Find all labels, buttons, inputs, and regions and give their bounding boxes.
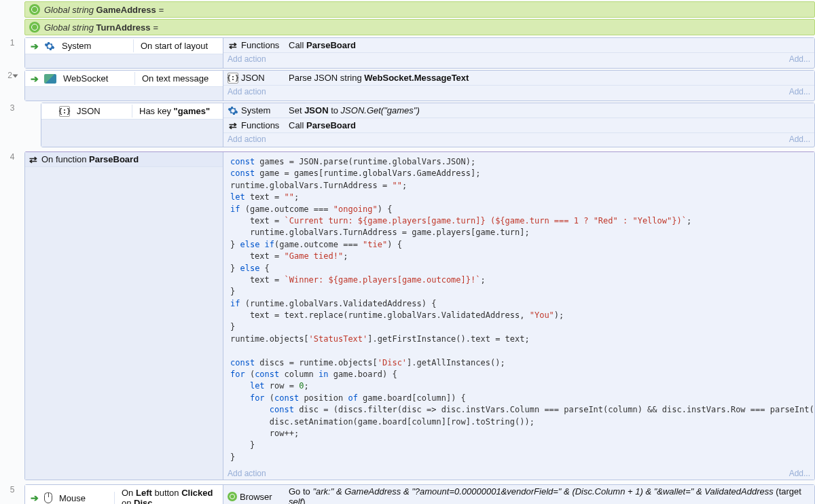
script-block[interactable]: const games = JSON.parse(runtime.globalV… (223, 152, 814, 467)
condition-param[interactable]: On start of layout (137, 39, 220, 52)
event-number: 4 (0, 151, 24, 481)
event-block[interactable]: ➔ System On start of layout ⇄ Functions … (24, 37, 815, 69)
trigger-arrow-icon: ➔ (31, 41, 39, 52)
condition-param[interactable]: Has key "games" (135, 105, 220, 118)
event-block[interactable]: {:} JSON Has key "games" System Set JSON… (41, 103, 815, 147)
add-action-link[interactable]: Add action (228, 87, 266, 96)
add-action-link[interactable]: Add action (228, 134, 266, 144)
globe-icon (29, 22, 40, 33)
condition-text[interactable]: On function ParseBoard (41, 154, 139, 164)
action-text: Set JSON to JSON.Get("games") (289, 105, 810, 115)
global-var-row[interactable]: Global string GameAddress = (24, 1, 815, 18)
action-row[interactable]: {:} JSON Parse JSON string WebSocket.Mes… (223, 71, 814, 86)
condition-param[interactable]: On text message (138, 72, 220, 85)
trigger-arrow-icon: ➔ (31, 492, 39, 503)
globe-icon (29, 4, 40, 15)
condition-object[interactable]: System (58, 39, 134, 52)
condition-object[interactable]: JSON (73, 105, 132, 118)
json-icon: {:} (228, 73, 238, 84)
gear-icon (44, 41, 55, 52)
websocket-icon (44, 74, 56, 84)
global-var-text: Global string TurnAddress = (44, 22, 158, 33)
global-var-text: Global string GameAddress = (44, 5, 164, 15)
condition-object[interactable]: WebSocket (59, 72, 135, 85)
expand-caret-icon[interactable] (12, 75, 18, 78)
event-sheet: Global string GameAddress = Global strin… (0, 1, 815, 504)
globe-icon (228, 492, 237, 501)
event-block[interactable]: ⇄ On function ParseBoard const games = J… (24, 151, 815, 480)
trigger-arrow-icon: ➔ (31, 73, 39, 84)
json-icon: {:} (59, 106, 70, 117)
action-row[interactable]: System Set JSON to JSON.Get("games") (223, 103, 814, 118)
event-number: 3 (0, 102, 24, 148)
add-action-link[interactable]: Add action (228, 469, 266, 478)
functions-icon: ⇄ (228, 120, 238, 131)
event-number: 2 (0, 69, 24, 102)
condition-object[interactable]: Mouse (55, 492, 115, 504)
gear-icon (228, 105, 238, 116)
action-row[interactable]: ⇄ Functions Call ParseBoard (223, 38, 814, 53)
add-link[interactable]: Add... (789, 469, 810, 478)
event-block[interactable]: ➔ Mouse On Left button Clicked on Disc D… (24, 484, 815, 504)
event-number: 5 (0, 484, 24, 504)
action-text: Go to "ark:" & GameAddress & "?amount=0.… (289, 486, 810, 504)
add-action-link[interactable]: Add action (228, 54, 266, 64)
functions-icon: ⇄ (28, 154, 39, 165)
global-var-row[interactable]: Global string TurnAddress = (24, 19, 815, 35)
mouse-icon (44, 492, 52, 503)
add-link[interactable]: Add... (789, 54, 810, 64)
functions-icon: ⇄ (228, 40, 238, 51)
event-number: 1 (0, 37, 24, 69)
add-link[interactable]: Add... (789, 87, 810, 96)
condition-param[interactable]: On Left button Clicked on Disc (117, 486, 220, 504)
event-block[interactable]: ➔ WebSocket On text message {:} JSON Par… (24, 70, 815, 101)
add-link[interactable]: Add... (789, 134, 810, 144)
action-row[interactable]: ⇄ Functions Call ParseBoard (223, 118, 814, 133)
action-row[interactable]: Browser Go to "ark:" & GameAddress & "?a… (223, 485, 814, 504)
